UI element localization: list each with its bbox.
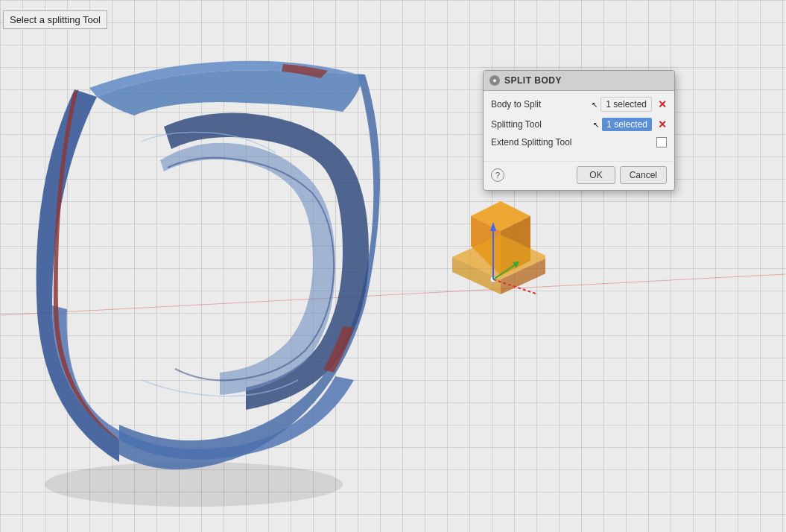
- coordinate-widget: [441, 194, 545, 316]
- splitting-tool-row: Splitting Tool ↖ 1 selected ✕: [491, 118, 667, 131]
- splitting-tool-label: Splitting Tool: [491, 119, 593, 130]
- 3d-shape: [22, 22, 440, 514]
- splitting-tool-clear[interactable]: ✕: [658, 118, 667, 130]
- dialog-buttons: OK Cancel: [577, 166, 667, 184]
- status-hint: Select a splitting Tool: [3, 10, 107, 29]
- dialog-header-icon: ●: [489, 75, 500, 86]
- body-to-split-selected[interactable]: 1 selected: [600, 97, 652, 112]
- dialog-footer: ? OK Cancel: [484, 161, 674, 190]
- dialog-title: SPLIT BODY: [504, 75, 562, 86]
- body-to-split-row: Body to Split ↖ 1 selected ✕: [491, 97, 667, 112]
- status-hint-text: Select a splitting Tool: [10, 14, 101, 25]
- cursor-icon-body: ↖: [592, 101, 598, 109]
- splitting-tool-badge: ↖ 1 selected ✕: [593, 118, 667, 131]
- cancel-button[interactable]: Cancel: [620, 166, 667, 184]
- body-to-split-badge: ↖ 1 selected ✕: [592, 97, 667, 112]
- dialog-body: Body to Split ↖ 1 selected ✕ Splitting T…: [484, 91, 674, 161]
- dialog-header: ● SPLIT BODY: [484, 71, 674, 91]
- help-button[interactable]: ?: [491, 168, 504, 182]
- body-to-split-clear[interactable]: ✕: [658, 98, 667, 110]
- ok-button[interactable]: OK: [577, 166, 615, 184]
- extend-splitting-tool-label: Extend Splitting Tool: [491, 137, 656, 148]
- extend-splitting-tool-checkbox[interactable]: [656, 137, 667, 148]
- cursor-icon-tool: ↖: [593, 121, 599, 129]
- split-body-dialog: ● SPLIT BODY Body to Split ↖ 1 selected …: [483, 70, 675, 191]
- splitting-tool-selected[interactable]: 1 selected: [602, 118, 652, 131]
- body-to-split-label: Body to Split: [491, 99, 592, 110]
- extend-splitting-tool-row: Extend Splitting Tool: [491, 137, 667, 148]
- svg-point-0: [45, 462, 343, 507]
